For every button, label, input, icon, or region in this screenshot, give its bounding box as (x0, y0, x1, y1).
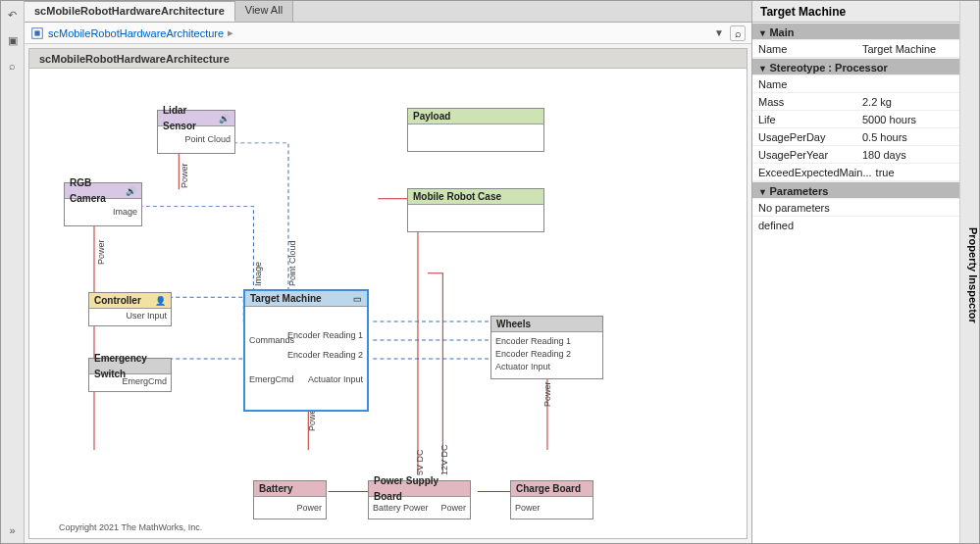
block-title: Power Supply Board (374, 473, 465, 505)
port-out: Power (296, 503, 322, 513)
port-out: EmergCmd (122, 376, 167, 386)
block-charge-board[interactable]: Charge Board Power (510, 480, 593, 519)
wire-label-12v: 12V DC (439, 444, 449, 475)
prop-value[interactable]: true (872, 164, 959, 180)
port-in-act: Actuator Input (495, 362, 550, 371)
port-in: Battery Power (373, 503, 429, 513)
prop-value[interactable]: 2.2 kg (858, 93, 959, 110)
block-emergency-switch[interactable]: Emergency Switch EmergCmd (88, 358, 172, 392)
section-stereotype[interactable]: Stereotype : Processor (752, 58, 959, 75)
section-main[interactable]: Main (752, 23, 959, 40)
prop-key: Mass (752, 93, 858, 110)
tab-bar: scMobileRobotHardwareArchitecture View A… (25, 1, 751, 23)
chevron-right-icon: ▸ (228, 26, 233, 39)
prop-value[interactable] (858, 75, 959, 92)
port-out: Point Cloud (184, 134, 231, 144)
block-mobile-robot-case[interactable]: Mobile Robot Case (407, 188, 544, 232)
block-power-supply-board[interactable]: Power Supply Board Battery Power Power (368, 480, 471, 519)
block-title: Controller (94, 293, 141, 309)
diagram-canvas-frame: scMobileRobotHardwareArchitecture (28, 48, 748, 539)
wire-label-image: Image (253, 262, 263, 286)
prop-value[interactable]: Target Machine (858, 40, 959, 57)
search-icon[interactable]: ⌕ (730, 25, 746, 41)
prop-key: Name (752, 75, 858, 92)
fit-icon[interactable]: ▣ (5, 32, 21, 48)
tab-view-all[interactable]: View All (235, 1, 293, 22)
prop-key: Name (752, 40, 858, 57)
block-title: Target Machine (250, 291, 322, 307)
prop-key: UsagePerYear (752, 146, 858, 163)
left-toolbar: ↶ ▣ ⌕ » (1, 1, 25, 543)
prop-key: UsagePerDay (752, 128, 858, 145)
inspector-tab[interactable]: Property Inspector (959, 1, 979, 543)
back-icon[interactable]: ↶ (5, 7, 21, 23)
breadcrumb: scMobileRobotHardwareArchitecture ▸ ▼ ⌕ (25, 23, 751, 44)
sound-icon: 🔊 (219, 111, 230, 126)
block-controller[interactable]: Controller👤 User Input (88, 292, 172, 326)
inspector-title: Target Machine (752, 1, 959, 23)
port-out-enc2: Encoder Reading 2 (287, 350, 363, 360)
block-title: Charge Board (516, 481, 581, 497)
block-title: Payload (413, 109, 450, 124)
prop-key: ExceedExpectedMain... (752, 164, 872, 180)
block-wheels[interactable]: Wheels Encoder Reading 1 Encoder Reading… (490, 316, 603, 379)
block-target-machine[interactable]: Target Machine▭ Commands EmergCmd Encode… (243, 289, 369, 412)
expand-icon[interactable]: » (5, 522, 21, 538)
block-title: Mobile Robot Case (413, 189, 501, 205)
port-out: Power (440, 503, 466, 513)
prop-value[interactable]: 180 days (858, 146, 959, 163)
port-out: Image (113, 207, 137, 217)
block-title: RGB Camera (70, 175, 126, 207)
block-title: Wheels (496, 317, 531, 332)
port-in-enc1: Encoder Reading 1 (495, 336, 571, 346)
prop-value (857, 199, 960, 216)
wire-label-power-rgb: Power (96, 239, 106, 265)
breadcrumb-root[interactable]: scMobileRobotHardwareArchitecture (48, 27, 224, 39)
block-battery[interactable]: Battery Power (253, 480, 327, 519)
breadcrumb-dropdown-icon[interactable]: ▼ (712, 25, 726, 40)
prop-key: No parameters defined (752, 199, 857, 216)
person-icon: 👤 (155, 293, 166, 309)
wire-label-power-wheels: Power (542, 381, 552, 407)
wire-label-pointcloud: Point Cloud (287, 240, 297, 286)
diagram-canvas[interactable]: Image Point Cloud Power Power Power Powe… (29, 69, 747, 538)
svg-rect-1 (34, 30, 39, 35)
port-out-act: Actuator Input (308, 374, 363, 384)
port-in-enc2: Encoder Reading 2 (495, 349, 571, 359)
zoom-icon[interactable]: ⌕ (5, 58, 21, 74)
block-payload[interactable]: Payload (407, 108, 544, 152)
main-area: scMobileRobotHardwareArchitecture View A… (25, 1, 751, 543)
prop-row: Name Target Machine (752, 40, 959, 58)
property-inspector: Target Machine Main Name Target Machine … (751, 1, 979, 543)
block-rgb-camera[interactable]: RGB Camera🔊 Image (64, 182, 142, 226)
block-title: Lidar Sensor (163, 103, 219, 134)
sound-icon: 🔊 (126, 183, 136, 199)
model-icon (30, 26, 44, 40)
block-lidar-sensor[interactable]: Lidar Sensor🔊 Point Cloud (157, 110, 235, 154)
prop-value[interactable]: 0.5 hours (858, 128, 959, 145)
section-parameters[interactable]: Parameters (752, 181, 959, 199)
port-out: Power (515, 503, 541, 513)
diagram-title: scMobileRobotHardwareArchitecture (29, 49, 747, 69)
prop-key: Life (752, 111, 858, 127)
tab-architecture[interactable]: scMobileRobotHardwareArchitecture (25, 1, 235, 22)
wire-label-power-lidar: Power (180, 163, 189, 188)
block-title: Battery (259, 481, 292, 497)
wire-label-5v: 5V DC (415, 449, 425, 475)
port-out: User Input (126, 311, 167, 321)
port-in-emerg: EmergCmd (249, 374, 294, 384)
copyright-text: Copyright 2021 The MathWorks, Inc. (59, 522, 202, 532)
chip-icon: ▭ (353, 291, 362, 307)
prop-value[interactable]: 5000 hours (858, 111, 959, 127)
port-out-enc1: Encoder Reading 1 (287, 330, 363, 340)
